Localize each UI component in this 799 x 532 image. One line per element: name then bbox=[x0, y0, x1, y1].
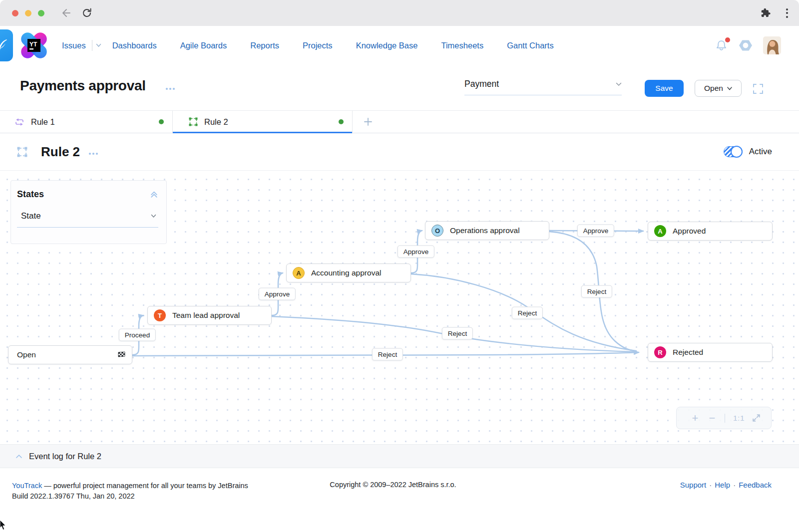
minimize-window-button[interactable] bbox=[25, 10, 31, 16]
add-rule-button[interactable] bbox=[357, 111, 380, 133]
state-badge: R bbox=[654, 346, 666, 358]
save-button[interactable]: Save bbox=[645, 80, 684, 97]
node-rejected[interactable]: R Rejected bbox=[648, 343, 773, 362]
youtrack-link[interactable]: YouTrack bbox=[12, 482, 42, 490]
nav-item-dashboards[interactable]: Dashboards bbox=[112, 41, 157, 50]
tab-rule-1[interactable]: Rule 1 bbox=[0, 111, 173, 133]
footer-tagline-text: — powerful project management for all yo… bbox=[42, 482, 248, 490]
initial-state-flag-icon bbox=[118, 351, 125, 358]
edge-label-proceed[interactable]: Proceed bbox=[119, 329, 156, 341]
rule-title: Rule 2 bbox=[41, 144, 80, 160]
issues-dropdown-chevron-icon[interactable] bbox=[96, 43, 101, 47]
rule-tabs: Rule 1 Rule 2 bbox=[0, 110, 799, 133]
user-avatar[interactable] bbox=[763, 36, 781, 54]
edge-label-reject-1[interactable]: Reject bbox=[581, 285, 612, 298]
rule-status-label: Active bbox=[749, 147, 772, 157]
swap-arrows-icon bbox=[14, 118, 24, 126]
open-button-label: Open bbox=[704, 84, 723, 93]
zoom-in-button[interactable]: + bbox=[687, 413, 704, 424]
workflow-canvas[interactable]: States State O Operations approval A Acc… bbox=[0, 171, 799, 444]
browser-reload-icon[interactable] bbox=[81, 7, 92, 18]
browser-back-icon[interactable] bbox=[60, 7, 71, 18]
link-separator: · bbox=[733, 481, 736, 489]
feather-app-icon[interactable] bbox=[0, 29, 13, 61]
event-log-label: Event log for Rule 2 bbox=[29, 452, 101, 461]
edge-label-reject-3[interactable]: Reject bbox=[442, 327, 473, 340]
fit-to-screen-icon[interactable] bbox=[752, 413, 761, 423]
help-link[interactable]: Help bbox=[715, 481, 730, 489]
select-chevron-icon bbox=[616, 82, 622, 86]
state-badge: A bbox=[654, 225, 666, 237]
node-label: Rejected bbox=[673, 348, 703, 357]
node-team-lead-approval[interactable]: T Team lead approval bbox=[147, 306, 272, 325]
footer-build-info: Build 2022.1.39767 Thu, Jan 20, 2022 bbox=[12, 491, 262, 502]
project-select-value: Payment bbox=[464, 79, 499, 89]
zoom-out-button[interactable]: − bbox=[704, 413, 721, 424]
open-button[interactable]: Open bbox=[695, 80, 742, 97]
state-badge: A bbox=[293, 267, 305, 279]
edge-label-reject-4[interactable]: Reject bbox=[372, 348, 403, 361]
rule-more-options-icon[interactable] bbox=[89, 153, 98, 155]
edge-label-approve-1[interactable]: Approve bbox=[259, 288, 296, 300]
nav-item-gantt-charts[interactable]: Gantt Charts bbox=[507, 41, 554, 50]
nav-item-projects[interactable]: Projects bbox=[303, 41, 333, 50]
browser-menu-icon[interactable] bbox=[786, 8, 788, 18]
node-operations-approval[interactable]: O Operations approval bbox=[425, 221, 549, 240]
footer-links: Support·Help·Feedback bbox=[680, 481, 772, 489]
edge-label-approve-3[interactable]: Approve bbox=[577, 225, 614, 237]
active-tab-indicator bbox=[173, 132, 352, 133]
select-chevron-icon bbox=[151, 214, 156, 218]
browser-chrome bbox=[0, 0, 799, 26]
nav-item-agile-boards[interactable]: Agile Boards bbox=[180, 41, 227, 50]
svg-text:YT: YT bbox=[29, 41, 37, 48]
collapse-chevron-icon[interactable] bbox=[15, 454, 23, 459]
state-select-value: State bbox=[21, 211, 41, 221]
project-select[interactable]: Payment bbox=[464, 79, 622, 95]
fullscreen-icon[interactable] bbox=[752, 83, 764, 97]
app-window: YT Issues Dashboards Agile Boards Report… bbox=[0, 0, 799, 532]
event-log-toggle-row[interactable]: Event log for Rule 2 bbox=[0, 444, 799, 468]
tab-rule-1-label: Rule 1 bbox=[31, 117, 55, 127]
link-separator: · bbox=[709, 481, 712, 489]
page-footer: YouTrack — powerful project management f… bbox=[0, 468, 799, 532]
node-label: Operations approval bbox=[450, 226, 520, 235]
node-label: Accounting approval bbox=[311, 268, 381, 277]
node-label: Open bbox=[17, 350, 36, 359]
nav-item-knowledge-base[interactable]: Knowledge Base bbox=[356, 41, 418, 50]
maximize-window-button[interactable] bbox=[38, 10, 44, 16]
node-approved[interactable]: A Approved bbox=[648, 222, 773, 241]
canvas-zoom-controls: + − 1:1 bbox=[676, 407, 772, 429]
tab-rule-2-active-dot bbox=[339, 119, 344, 124]
open-chevron-icon bbox=[727, 87, 732, 90]
settings-hexagon-icon[interactable] bbox=[738, 38, 753, 53]
workflow-header: Payments approval Payment Save Open bbox=[0, 65, 799, 110]
youtrack-logo[interactable]: YT bbox=[20, 31, 48, 59]
workflow-more-options-icon[interactable] bbox=[166, 88, 175, 90]
feedback-link[interactable]: Feedback bbox=[739, 481, 772, 489]
main-menu: Issues Dashboards Agile Boards Reports P… bbox=[62, 40, 577, 51]
zoom-ratio-button[interactable]: 1:1 bbox=[733, 414, 745, 423]
window-controls bbox=[12, 10, 44, 16]
top-navbar: YT Issues Dashboards Agile Boards Report… bbox=[0, 26, 799, 65]
rule-marquee-icon bbox=[17, 147, 27, 157]
node-open[interactable]: Open bbox=[8, 345, 132, 364]
notifications-bell-icon[interactable] bbox=[715, 39, 728, 52]
nav-item-issues[interactable]: Issues bbox=[62, 41, 86, 50]
close-window-button[interactable] bbox=[12, 10, 18, 16]
notification-badge bbox=[725, 37, 730, 42]
workflow-title: Payments approval bbox=[20, 78, 146, 94]
collapse-panel-icon[interactable] bbox=[150, 190, 158, 199]
state-select[interactable]: State bbox=[17, 211, 158, 228]
nav-item-reports[interactable]: Reports bbox=[250, 41, 279, 50]
edge-label-reject-2[interactable]: Reject bbox=[512, 307, 543, 319]
nav-item-timesheets[interactable]: Timesheets bbox=[441, 41, 483, 50]
edge-label-approve-2[interactable]: Approve bbox=[398, 246, 434, 258]
node-accounting-approval[interactable]: A Accounting approval bbox=[286, 264, 411, 282]
tab-rule-1-active-dot bbox=[159, 119, 164, 124]
rule-active-toggle[interactable] bbox=[724, 146, 743, 157]
tab-rule-2-label: Rule 2 bbox=[204, 117, 228, 127]
extensions-puzzle-icon[interactable] bbox=[760, 7, 771, 18]
zoom-divider bbox=[725, 414, 725, 423]
support-link[interactable]: Support bbox=[680, 481, 707, 489]
tab-rule-2[interactable]: Rule 2 bbox=[173, 111, 353, 133]
